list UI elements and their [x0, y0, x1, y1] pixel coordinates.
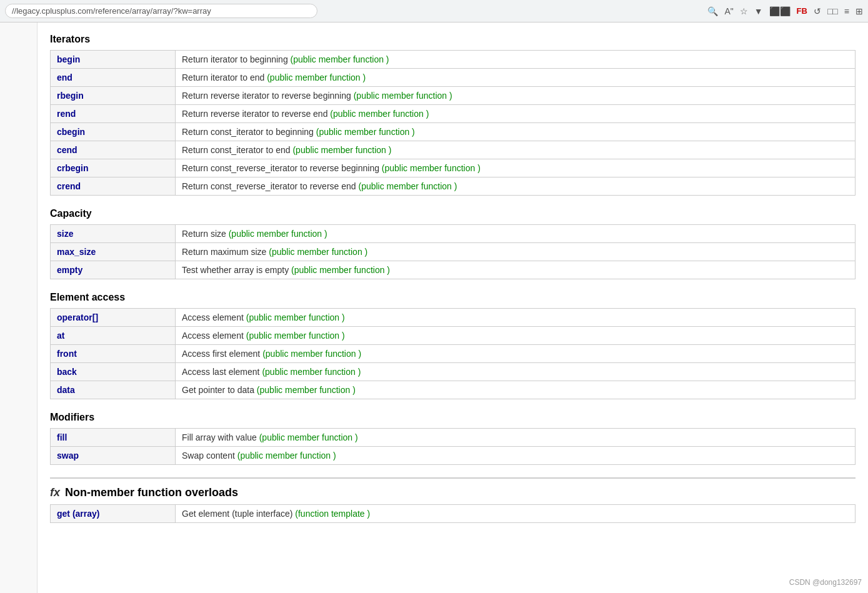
table-row: atAccess element (public member function… [51, 327, 856, 345]
func-desc-text: Return const_iterator to end [182, 145, 292, 155]
table-row: rendReturn reverse iterator to reverse e… [51, 105, 856, 123]
func-name-link[interactable]: size [57, 229, 73, 239]
non-member-table: get (array)Get element (tuple interface)… [50, 504, 856, 523]
func-name-cell: swap [51, 447, 176, 465]
func-name-link[interactable]: operator[] [57, 312, 98, 322]
func-desc-text: Return size [182, 229, 229, 239]
func-name-cell: size [51, 225, 176, 243]
func-name-cell: back [51, 363, 176, 381]
capacity-heading: Capacity [50, 208, 856, 219]
func-type-text: (public member function ) [237, 451, 336, 461]
func-type-text: (public member function ) [292, 145, 391, 155]
arrow-icon[interactable]: ▼ [754, 6, 763, 16]
func-desc-text: Access first element [182, 349, 262, 359]
func-desc-cell: Return reverse iterator to reverse begin… [176, 87, 856, 105]
table-row: frontAccess first element (public member… [51, 345, 856, 363]
iterators-heading: Iterators [50, 34, 856, 45]
sidebar [0, 22, 37, 593]
table-row: rbeginReturn reverse iterator to reverse… [51, 87, 856, 105]
non-member-heading: fx Non-member function overloads [50, 477, 856, 499]
non-member-heading-text: Non-member function overloads [65, 486, 238, 499]
func-desc-cell: Return const_iterator to end (public mem… [176, 141, 856, 159]
func-name-link[interactable]: data [57, 385, 75, 395]
table-row: get (array)Get element (tuple interface)… [51, 505, 856, 523]
func-desc-text: Return reverse iterator to reverse begin… [182, 91, 354, 101]
func-name-cell: cend [51, 141, 176, 159]
func-desc-cell: Fill array with value (public member fun… [176, 429, 856, 447]
func-name-link[interactable]: fill [57, 432, 67, 442]
func-desc-cell: Return const_reverse_iterator to reverse… [176, 177, 856, 196]
modifiers-table: fillFill array with value (public member… [50, 428, 856, 465]
func-name-cell: get (array) [51, 505, 176, 523]
func-desc-cell: Return const_iterator to beginning (publ… [176, 123, 856, 141]
func-name-cell: empty [51, 261, 176, 279]
func-type-text: (public member function ) [316, 127, 415, 137]
func-desc-cell: Return maximum size (public member funct… [176, 243, 856, 261]
func-desc-cell: Access last element (public member funct… [176, 363, 856, 381]
func-name-link[interactable]: get (array) [57, 509, 99, 519]
func-type-text: (public member function ) [291, 54, 389, 64]
table-row: cbeginReturn const_iterator to beginning… [51, 123, 856, 141]
table-row: max_sizeReturn maximum size (public memb… [51, 243, 856, 261]
extensions-icon[interactable]: ⬛⬛ [769, 6, 791, 16]
page-wrapper: //legacy.cplusplus.com/reference/array/a… [0, 0, 868, 593]
func-type-text: (public member function ) [246, 331, 345, 341]
func-type-text: (public member function ) [269, 247, 367, 257]
func-name-link[interactable]: swap [57, 451, 79, 461]
func-name-link[interactable]: empty [57, 265, 82, 275]
func-name-cell: rend [51, 105, 176, 123]
func-name-link[interactable]: back [57, 367, 77, 377]
func-type-text: (public member function ) [262, 367, 361, 377]
func-desc-text: Access last element [182, 367, 262, 377]
func-name-link[interactable]: crend [57, 181, 81, 191]
fb-icon[interactable]: FB [797, 6, 807, 16]
font-icon[interactable]: A" [724, 6, 733, 16]
func-name-cell: fill [51, 429, 176, 447]
func-desc-cell: Swap content (public member function ) [176, 447, 856, 465]
main-content: Iterators beginReturn iterator to beginn… [37, 22, 868, 593]
func-name-link[interactable]: at [57, 331, 64, 341]
element-access-table: operator[]Access element (public member … [50, 308, 856, 399]
search-icon[interactable]: 🔍 [707, 6, 718, 16]
func-name-link[interactable]: begin [57, 54, 80, 64]
layout-icon[interactable]: □□ [827, 6, 838, 16]
table-row: fillFill array with value (public member… [51, 429, 856, 447]
content-area: Iterators beginReturn iterator to beginn… [0, 22, 868, 593]
menu-icon[interactable]: ≡ [844, 6, 849, 16]
func-name-link[interactable]: max_size [57, 247, 96, 257]
func-name-cell: data [51, 381, 176, 399]
func-desc-cell: Return size (public member function ) [176, 225, 856, 243]
func-name-link[interactable]: front [57, 349, 77, 359]
func-name-cell: at [51, 327, 176, 345]
func-name-cell: max_size [51, 243, 176, 261]
url-bar[interactable]: //legacy.cplusplus.com/reference/array/a… [5, 4, 317, 18]
csdn-watermark: CSDN @dong132697 [789, 578, 862, 587]
func-desc-cell: Access element (public member function ) [176, 309, 856, 327]
func-name-link[interactable]: rend [57, 109, 76, 119]
func-desc-cell: Return iterator to beginning (public mem… [176, 51, 856, 69]
element-access-heading: Element access [50, 292, 856, 303]
bookmark-icon[interactable]: ☆ [740, 6, 748, 16]
func-type-text: (public member function ) [262, 349, 361, 359]
refresh-icon[interactable]: ↺ [814, 6, 821, 16]
func-type-text: (public member function ) [259, 432, 358, 442]
func-desc-text: Return iterator to beginning [182, 54, 291, 64]
func-desc-cell: Return iterator to end (public member fu… [176, 69, 856, 87]
func-name-link[interactable]: cbegin [57, 127, 85, 137]
func-desc-cell: Access first element (public member func… [176, 345, 856, 363]
func-name-link[interactable]: end [57, 72, 72, 82]
func-type-text: (public member function ) [246, 312, 345, 322]
func-type-text: (public member function ) [354, 91, 452, 101]
func-name-link[interactable]: crbegin [57, 163, 89, 173]
func-type-text: (public member function ) [229, 229, 327, 239]
func-name-cell: rbegin [51, 87, 176, 105]
func-name-link[interactable]: rbegin [57, 91, 84, 101]
func-type-text: (public member function ) [267, 72, 366, 82]
func-desc-text: Test whether array is empty [182, 265, 291, 275]
func-name-link[interactable]: cend [57, 145, 77, 155]
func-type-text: (function template ) [295, 509, 370, 519]
fx-icon: fx [50, 486, 60, 499]
table-row: swapSwap content (public member function… [51, 447, 856, 465]
func-type-text: (public member function ) [257, 385, 356, 395]
new-tab-icon[interactable]: ⊞ [856, 6, 863, 16]
